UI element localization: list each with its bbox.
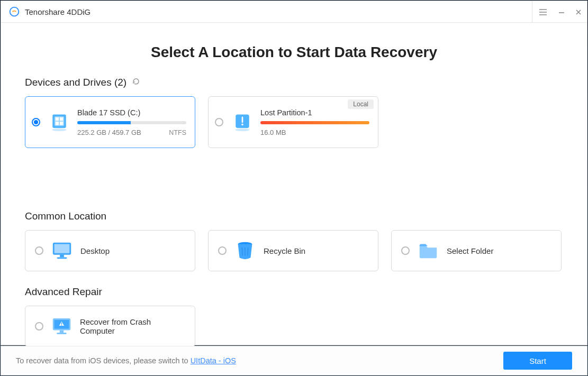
refresh-icon[interactable] <box>132 77 140 88</box>
svg-rect-4 <box>60 117 63 121</box>
radio-icon <box>32 118 40 126</box>
drive-size: 225.2 GB / 459.7 GB <box>77 129 141 136</box>
drive-size: 16.0 MB <box>260 129 286 136</box>
titlebar: Tenorshare 4DDiG <box>1 1 587 23</box>
svg-point-0 <box>10 7 19 16</box>
app-title: Tenorshare 4DDiG <box>25 7 91 16</box>
svg-point-19 <box>61 325 62 326</box>
svg-point-10 <box>235 129 249 131</box>
location-select-folder[interactable]: Select Folder <box>391 230 562 271</box>
radio-icon <box>218 246 227 255</box>
svg-rect-21 <box>57 333 67 334</box>
svg-rect-3 <box>56 117 59 121</box>
svg-rect-12 <box>55 244 70 253</box>
location-recycle-bin[interactable]: Recycle Bin <box>208 230 378 271</box>
app-logo-icon <box>9 6 20 17</box>
drive-name: Blade 17 SSD (C:) <box>77 108 186 117</box>
location-crash-recovery[interactable]: Recover from Crash Computer <box>25 306 195 347</box>
svg-point-9 <box>241 124 243 126</box>
location-desktop[interactable]: Desktop <box>25 230 195 271</box>
desktop-icon <box>51 240 73 262</box>
radio-icon <box>401 246 410 255</box>
usage-bar <box>77 121 186 124</box>
location-label: Recycle Bin <box>264 246 305 255</box>
svg-point-7 <box>52 129 66 131</box>
local-badge: Local <box>348 99 374 109</box>
page-title: Select A Location to Start Data Recovery <box>25 44 563 61</box>
location-label: Select Folder <box>447 246 493 255</box>
svg-rect-13 <box>60 255 64 258</box>
footer: To recover data from iOS devices, please… <box>1 346 587 375</box>
drive-card[interactable]: Blade 17 SSD (C:) 225.2 GB / 459.7 GB NT… <box>25 96 195 148</box>
folder-icon <box>417 240 439 262</box>
close-button[interactable] <box>570 1 587 23</box>
crash-computer-icon <box>51 315 73 337</box>
radio-icon <box>35 246 43 255</box>
location-label: Recover from Crash Computer <box>80 317 185 335</box>
advanced-heading: Advanced Repair <box>25 286 563 298</box>
drive-fs: NTFS <box>169 129 186 136</box>
radio-icon <box>35 322 43 331</box>
ultdata-ios-link[interactable]: UItData - iOS <box>191 356 236 365</box>
svg-rect-18 <box>61 323 62 325</box>
svg-rect-20 <box>60 330 64 333</box>
footer-text: To recover data from iOS devices, please… <box>16 356 191 365</box>
location-label: Desktop <box>80 246 110 255</box>
drive-card[interactable]: Local Lost Partition-1 16.0 MB <box>208 96 378 148</box>
svg-rect-5 <box>56 122 59 125</box>
drive-name: Lost Partition-1 <box>260 108 369 117</box>
radio-icon <box>215 118 223 126</box>
ssd-drive-icon <box>49 112 70 133</box>
common-heading: Common Location <box>25 210 563 222</box>
recycle-bin-icon <box>234 240 256 262</box>
menu-button[interactable] <box>532 1 553 23</box>
minimize-button[interactable] <box>553 1 570 23</box>
usage-bar <box>260 121 369 124</box>
drives-heading: Devices and Drives (2) <box>25 77 563 88</box>
svg-rect-14 <box>57 257 67 259</box>
svg-rect-6 <box>60 122 63 125</box>
start-button[interactable]: Start <box>503 352 572 370</box>
lost-partition-icon <box>232 112 253 133</box>
